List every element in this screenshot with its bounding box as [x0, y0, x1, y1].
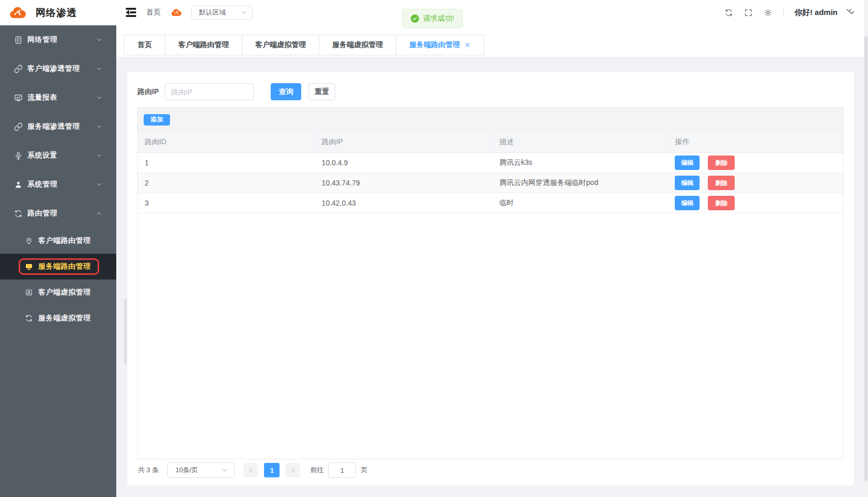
cloud-logo-icon: [5, 4, 29, 22]
active-highlight-box: 客户端虚拟管理: [25, 288, 91, 297]
cloud-icon[interactable]: [169, 7, 183, 18]
refresh-icon[interactable]: [724, 8, 733, 17]
sidebar-submenu-item[interactable]: 客户端路由管理: [0, 228, 116, 254]
sidebar-menu-label: 系统设置: [27, 151, 96, 160]
cell-route-id: 1: [138, 159, 315, 167]
cell-desc: 腾讯云内网穿透服务端临时pod: [493, 178, 669, 188]
edit-button[interactable]: 编辑: [675, 176, 700, 190]
sidebar-submenu-item[interactable]: 客户端虚拟管理: [0, 279, 116, 305]
tab-label: 客户端虚拟管理: [255, 40, 306, 50]
tab-label: 服务端路由管理: [409, 40, 460, 50]
sidebar-menu-item[interactable]: 路由管理: [0, 199, 116, 228]
page-scrollbar: [864, 0, 868, 497]
tab[interactable]: 客户端路由管理: [165, 35, 242, 55]
breadcrumb[interactable]: 首页: [146, 8, 161, 17]
sidebar-menu-item[interactable]: 网络管理: [0, 25, 116, 54]
cell-route-ip: 10.43.74.79: [315, 179, 493, 187]
region-select[interactable]: 默认区域: [191, 6, 253, 20]
next-page-button[interactable]: [286, 463, 300, 477]
table-row: 1 10.0.4.9 腾讯云k3s 编辑 删除: [138, 153, 843, 173]
delete-button[interactable]: 删除: [708, 156, 735, 170]
sidebar-menu-item[interactable]: 系统管理: [0, 170, 116, 199]
edit-button[interactable]: 编辑: [675, 196, 700, 210]
sidebar-submenu-item[interactable]: 服务端路由管理: [0, 254, 116, 279]
cell-desc: 临时: [493, 198, 669, 208]
sidebar-menu-item[interactable]: 服务端渗透管理: [0, 112, 116, 141]
chevron-down-icon: [96, 37, 102, 43]
sidebar-menu-label: 客户端渗透管理: [27, 64, 96, 73]
tab[interactable]: 客户端虚拟管理: [242, 35, 319, 55]
success-check-icon: [411, 14, 419, 23]
page-unit-label: 页: [361, 465, 367, 475]
chevron-down-icon: [96, 66, 102, 72]
add-button[interactable]: 添加: [144, 114, 170, 126]
app-title: 网络渗透: [36, 6, 77, 20]
pagination: 共 3 条 10条/页 1 前往 页: [138, 462, 367, 478]
sidebar-menu-label: 网络管理: [27, 35, 96, 44]
cell-route-id: 2: [138, 179, 315, 187]
sidebar-collapse-icon[interactable]: [124, 6, 138, 19]
sidebar-menu-label: 服务端渗透管理: [27, 122, 96, 131]
tab[interactable]: 首页: [124, 35, 165, 55]
sidebar-menu-label: 路由管理: [27, 209, 96, 218]
prev-page-button[interactable]: [243, 463, 258, 477]
tab[interactable]: 服务端路由管理: [396, 35, 484, 55]
sidebar-submenu: 客户端路由管理 服务端路由管理 客户端虚拟管理: [0, 228, 116, 331]
search-button[interactable]: 查询: [271, 83, 301, 100]
goto-page-input[interactable]: [328, 462, 356, 478]
sync-icon: [25, 314, 33, 322]
sidebar-scrollbar-thumb[interactable]: [124, 299, 127, 365]
sidebar: 网络渗透 网络管理 客户端渗透管理 流量报表 服务端渗: [0, 0, 116, 497]
column-header-actions: 操作: [668, 132, 843, 152]
user-greeting[interactable]: 你好! admin: [795, 8, 838, 18]
table-row: 3 10.42.0.43 临时 编辑 删除: [138, 193, 843, 213]
table-row: 2 10.43.74.79 腾讯云内网穿透服务端临时pod 编辑 删除: [138, 173, 843, 193]
sidebar-menu-item[interactable]: 客户端渗透管理: [0, 54, 116, 83]
cell-route-ip: 10.42.0.43: [315, 199, 493, 207]
sync-icon: [14, 209, 23, 218]
monitor-icon: [25, 262, 33, 271]
active-highlight-box: 服务端虚拟管理: [25, 314, 91, 323]
theme-icon[interactable]: [764, 8, 772, 17]
column-header-desc: 描述: [493, 132, 669, 152]
toast-message: 请求成功!: [423, 14, 454, 23]
delete-button[interactable]: 删除: [708, 196, 735, 210]
sidebar-submenu-label: 服务端虚拟管理: [38, 314, 91, 323]
tab-label: 服务端虚拟管理: [332, 40, 383, 50]
table-body: 1 10.0.4.9 腾讯云k3s 编辑 删除 2 10.43.74.79 腾讯…: [138, 153, 843, 213]
delete-button[interactable]: 删除: [708, 176, 735, 190]
tabbar: 首页 客户端路由管理 客户端虚拟管理 服务端虚拟管理 服务端路由管理: [116, 35, 868, 57]
sidebar-menu-item[interactable]: 流量报表: [0, 83, 116, 112]
sidebar-submenu-label: 客户端虚拟管理: [38, 288, 91, 297]
link-icon: [14, 65, 23, 73]
fullscreen-icon[interactable]: [744, 8, 753, 17]
close-icon[interactable]: [464, 42, 471, 48]
reset-button[interactable]: 重置: [308, 83, 335, 100]
chevron-left-icon: [248, 468, 254, 473]
region-select-value: 默认区域: [199, 8, 226, 17]
sidebar-submenu-item[interactable]: 服务端虚拟管理: [0, 305, 116, 331]
current-page[interactable]: 1: [264, 463, 280, 477]
goto-label: 前往: [310, 465, 323, 475]
divider: [783, 7, 784, 18]
page-size-select[interactable]: 10条/页: [167, 462, 235, 478]
cell-actions: 编辑 删除: [668, 156, 843, 170]
column-header-route-ip: 路由IP: [315, 132, 493, 152]
sidebar-submenu-label: 客户端路由管理: [38, 236, 91, 245]
route-ip-input[interactable]: [165, 83, 254, 100]
sidebar-menu-label: 系统管理: [27, 180, 96, 189]
id-card-icon: [25, 288, 33, 297]
page-scrollbar-thumb[interactable]: [864, 36, 867, 482]
tab-label: 客户端路由管理: [178, 40, 229, 50]
link-icon: [14, 122, 23, 131]
topbar: 首页 默认区域 请求成功! 你好! admin: [116, 0, 868, 35]
edit-button[interactable]: 编辑: [675, 156, 700, 170]
tab[interactable]: 服务端虚拟管理: [319, 35, 396, 55]
report-board-icon: [14, 94, 23, 102]
table-panel: 添加 路由ID 路由IP 描述 操作 1 10.0.4.9 腾讯云k3s 编辑: [137, 107, 844, 459]
cell-desc: 腾讯云k3s: [493, 158, 669, 167]
cell-actions: 编辑 删除: [668, 196, 843, 210]
tabs-dropdown-icon[interactable]: [845, 7, 853, 14]
chevron-down-icon: [96, 152, 102, 159]
sidebar-menu-item[interactable]: 系统设置: [0, 141, 116, 170]
